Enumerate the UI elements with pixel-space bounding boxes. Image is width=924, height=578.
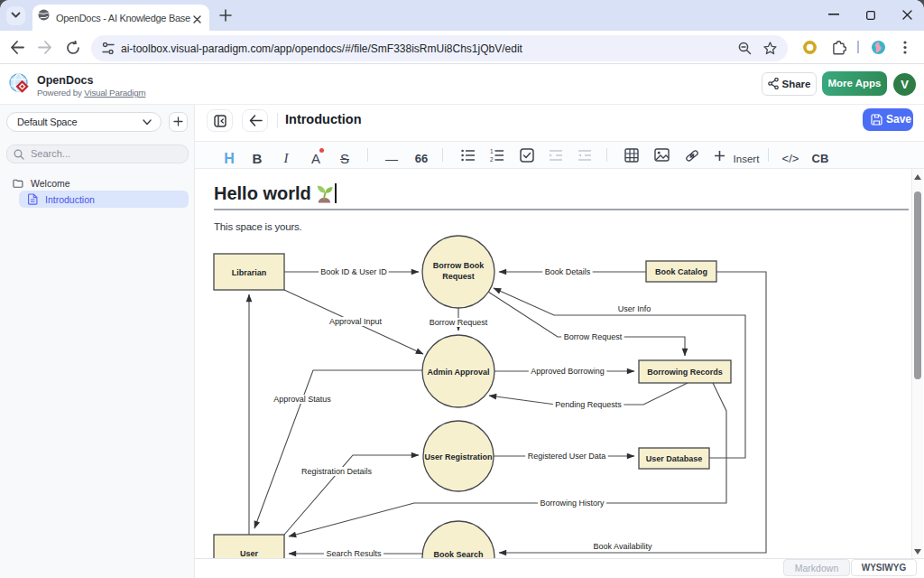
svg-text:Book Catalog: Book Catalog xyxy=(655,267,707,276)
svg-text:Request: Request xyxy=(442,272,475,281)
svg-text:Book Availability: Book Availability xyxy=(594,542,652,551)
svg-text:Search Results: Search Results xyxy=(326,549,382,558)
svg-text:Book Details: Book Details xyxy=(545,267,591,276)
svg-text:Borrow Request: Borrow Request xyxy=(430,318,488,327)
svg-text:Admin Approval: Admin Approval xyxy=(427,368,489,377)
svg-text:Approved Borrowing: Approved Borrowing xyxy=(531,367,605,376)
svg-text:Registration Details: Registration Details xyxy=(301,467,373,476)
svg-text:Borrowing Records: Borrowing Records xyxy=(647,368,723,377)
svg-text:Borrow Book: Borrow Book xyxy=(433,261,485,270)
svg-text:Approval Input: Approval Input xyxy=(329,317,383,326)
svg-text:Librarian: Librarian xyxy=(232,268,267,277)
svg-text:User: User xyxy=(240,549,259,558)
svg-text:Book Search: Book Search xyxy=(433,550,483,559)
svg-text:1: 1 xyxy=(490,149,494,154)
svg-text:Book ID & User ID: Book ID & User ID xyxy=(320,267,387,276)
svg-text:Borrowing History: Borrowing History xyxy=(540,499,605,508)
svg-text:2: 2 xyxy=(490,156,494,163)
svg-text:User Database: User Database xyxy=(646,454,703,463)
svg-text:Registered User Data: Registered User Data xyxy=(528,452,606,461)
svg-text:User Registration: User Registration xyxy=(424,452,492,461)
svg-text:User Info: User Info xyxy=(618,304,651,313)
svg-text:Pending Requests: Pending Requests xyxy=(555,400,622,409)
svg-text:Borrow Request: Borrow Request xyxy=(564,332,623,341)
svg-text:Approval Status: Approval Status xyxy=(273,395,331,404)
